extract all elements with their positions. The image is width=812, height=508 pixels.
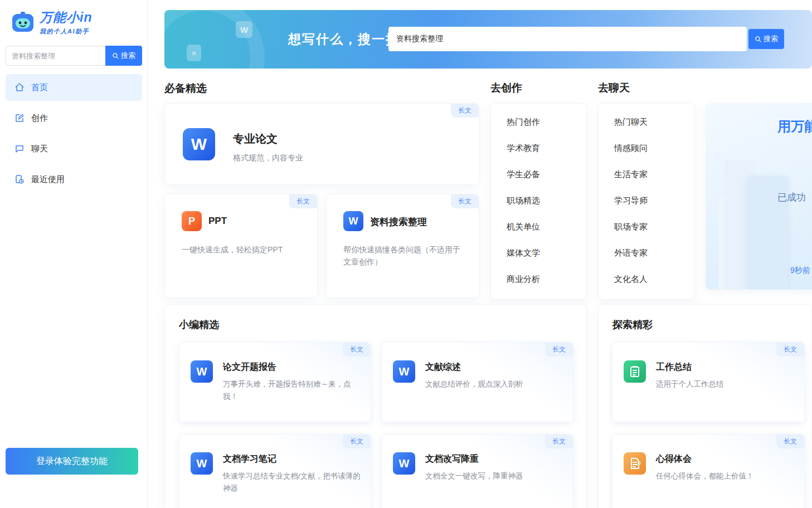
sidebar-item-chat[interactable]: 聊天 [6, 135, 142, 162]
essential-card-ppt[interactable]: 长文 P PPT 一键快速生成，轻松搞定PPT [164, 194, 318, 298]
promo-headline: 用万能 [777, 118, 812, 135]
chat-icon [14, 144, 25, 154]
search-icon [112, 52, 119, 60]
section-title-explore: 探索精彩 [612, 318, 653, 331]
create-item[interactable]: 学术教育 [507, 143, 586, 157]
chat-item[interactable]: 热门聊天 [614, 117, 694, 130]
app-logo-text: 万能小in 我的个人AI助手 [40, 9, 92, 36]
explore-section: 探索精彩 长文 工作总结 适用于个人工作总结 长文 心得体会 任何心得体会，都能… [598, 305, 812, 508]
sidebar-item-label: 首页 [31, 82, 48, 93]
login-button[interactable]: 登录体验完整功能 [6, 448, 138, 475]
search-banner: W ≡ 想写什么，搜一搜 搜索 [164, 10, 812, 69]
banner-decor-circle [164, 10, 265, 69]
sidebar-item-create[interactable]: 创作 [6, 105, 142, 131]
create-item[interactable]: 学生必备 [507, 169, 586, 183]
card-title: 文档改写降重 [425, 453, 479, 465]
card-title: PPT [208, 216, 227, 227]
chat-item[interactable]: 学习导师 [614, 196, 694, 209]
section-title-chat: 去聊天 [598, 81, 630, 95]
sidebar-item-label: 最近使用 [31, 174, 65, 185]
promo-time: 9秒前 [790, 266, 810, 276]
sidebar-search-input[interactable] [6, 46, 105, 66]
home-icon [14, 82, 25, 92]
tag-long-article: 长文 [545, 434, 573, 448]
card-desc: 万事开头难，开题报告特别难～来，点我！ [223, 378, 363, 403]
card-desc: 帮你快速搞懂各类问题（不适用于文章创作） [343, 243, 464, 268]
card-desc: 格式规范，内容专业 [233, 152, 303, 164]
word-icon-letter: W [399, 457, 410, 470]
editor-card-study-notes[interactable]: 长文 W 文档学习笔记 快速学习总结专业文档/文献，把书读薄的神器 [179, 434, 371, 508]
card-desc: 任何心得体会，都能上价值！ [656, 470, 796, 482]
create-item[interactable]: 机关单位 [507, 222, 586, 235]
tag-long-article: 长文 [776, 343, 804, 356]
chat-item[interactable]: 生活专家 [614, 169, 694, 183]
tag-long-article: 长文 [343, 434, 371, 448]
section-title-create: 去创作 [490, 81, 522, 95]
tag-long-article: 长文 [451, 194, 479, 208]
tag-long-article: 长文 [289, 194, 317, 208]
banner-search-button-label: 搜索 [764, 34, 778, 44]
ppt-icon-letter: P [188, 216, 195, 227]
essential-card-research[interactable]: 长文 W 资料搜索整理 帮你快速搞懂各类问题（不适用于文章创作） [326, 194, 479, 298]
banner-prompt: 想写什么，搜一搜 [288, 31, 400, 48]
editor-card-rewrite[interactable]: 长文 W 文档改写降重 文档全文一键改写，降重神器 [381, 434, 573, 508]
chat-item[interactable]: 职场专家 [614, 222, 694, 235]
section-title-essentials: 必备精选 [164, 81, 207, 96]
card-desc: 文档全文一键改写，降重神器 [425, 470, 566, 482]
word-icon: W [191, 452, 213, 475]
banner-search: 搜索 [388, 27, 784, 51]
tag-long-article: 长文 [343, 343, 371, 356]
create-item[interactable]: 媒体文学 [507, 248, 586, 261]
sidebar-search: 搜索 [6, 46, 142, 66]
sidebar-search-button[interactable]: 搜索 [105, 46, 142, 66]
recent-icon [14, 174, 25, 184]
card-title: 心得体会 [656, 453, 692, 465]
sidebar-item-label: 聊天 [31, 144, 48, 154]
word-icon: W [343, 211, 363, 231]
word-doc-decor-icon: W [236, 21, 252, 38]
sidebar-item-recent[interactable]: 最近使用 [6, 166, 142, 193]
robot-logo-icon [11, 12, 35, 33]
app-title: 万能小in [40, 9, 92, 26]
create-item[interactable]: 商业分析 [507, 274, 586, 287]
card-desc: 适用于个人工作总结 [656, 378, 796, 390]
create-item[interactable]: 职场精选 [507, 196, 586, 209]
editor-card-thesis-proposal[interactable]: 长文 W 论文开题报告 万事开头难，开题报告特别难～来，点我！ [179, 342, 371, 422]
word-icon: W [393, 452, 415, 475]
explore-card-work-summary[interactable]: 长文 工作总结 适用于个人工作总结 [612, 342, 805, 422]
chat-item[interactable]: 情感顾问 [614, 143, 694, 157]
banner-search-input[interactable] [388, 27, 747, 51]
tag-long-article: 长文 [776, 434, 804, 448]
promo-card[interactable]: 用万能 已成功 9秒前 [706, 103, 812, 290]
ppt-icon: P [182, 211, 202, 231]
sidebar-item-label: 创作 [31, 113, 48, 124]
essential-card-thesis[interactable]: 长文 W 专业论文 格式规范，内容专业 [164, 103, 479, 185]
word-icon-letter: W [191, 135, 207, 154]
word-icon: W [183, 128, 215, 160]
clipboard-icon [624, 360, 646, 383]
card-title: 资料搜索整理 [370, 216, 427, 228]
card-desc: 一键快速生成，轻松搞定PPT [182, 243, 304, 256]
section-title-editors: 小编精选 [179, 318, 219, 331]
sidebar-nav: 首页 创作 聊天 最近使用 [6, 74, 142, 197]
promo-status: 已成功 [777, 191, 806, 204]
note-icon [624, 452, 646, 475]
chat-category-list: 热门聊天 情感顾问 生活专家 学习导师 职场专家 外语专家 文化名人 [598, 103, 694, 300]
banner-search-button[interactable]: 搜索 [748, 29, 784, 49]
create-category-list: 热门创作 学术教育 学生必备 职场精选 机关单位 媒体文学 商业分析 [490, 103, 587, 300]
card-desc: 快速学习总结专业文档/文献，把书读薄的神器 [223, 470, 363, 495]
explore-card-reflections[interactable]: 长文 心得体会 任何心得体会，都能上价值！ [612, 434, 805, 508]
word-icon-letter: W [349, 216, 358, 227]
sidebar-item-home[interactable]: 首页 [6, 74, 142, 101]
chat-item[interactable]: 外语专家 [614, 248, 694, 261]
chat-item[interactable]: 文化名人 [614, 274, 694, 287]
editor-card-literature-review[interactable]: 长文 W 文献综述 文献总结评价，观点深入剖析 [381, 342, 573, 422]
create-item[interactable]: 热门创作 [507, 117, 586, 130]
word-icon-letter: W [399, 365, 410, 378]
app-logo: 万能小in 我的个人AI助手 [11, 9, 92, 36]
clipboard-decor-icon: ≡ [187, 45, 201, 61]
word-icon: W [393, 360, 415, 383]
edit-icon [14, 113, 25, 123]
word-icon: W [191, 360, 213, 383]
card-title: 论文开题报告 [223, 362, 276, 373]
